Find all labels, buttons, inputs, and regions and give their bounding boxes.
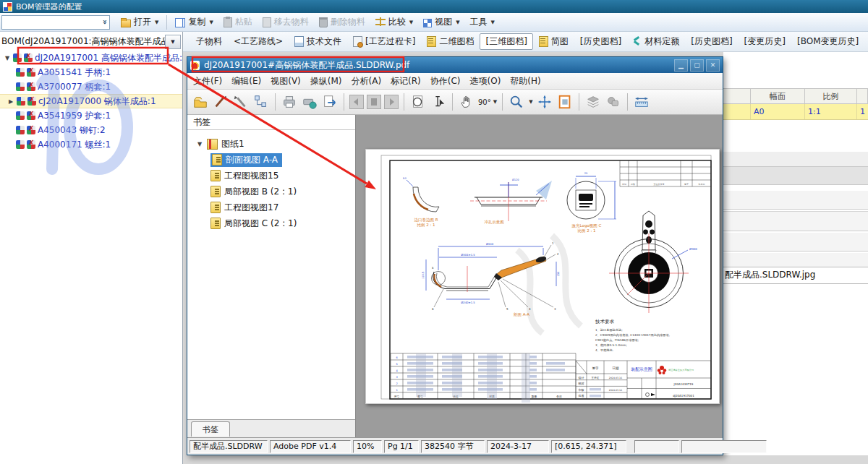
prev-page-icon <box>349 95 364 109</box>
svg-text:6: 6 <box>396 356 397 359</box>
bookmark-item[interactable]: 局部视图 C (2 : 1) <box>187 215 355 231</box>
menu-manipulate[interactable]: 操纵(M) <box>310 75 342 87</box>
svg-text:110.5: 110.5 <box>422 272 425 279</box>
tree-item[interactable]: A3700077 柄套:1 <box>0 80 182 94</box>
expander-right-icon[interactable]: ▶ <box>7 98 14 105</box>
svg-text:150: 150 <box>557 272 560 277</box>
ribbon-icon <box>633 37 642 46</box>
select-text-icon[interactable] <box>430 93 447 111</box>
tab-2d-drawing[interactable]: 二维图档 <box>421 33 480 50</box>
tree-root-item[interactable]: ▼ dJ20A1917001 高锅锅体装配半成品: <box>0 51 182 65</box>
eraser-pen-icon[interactable] <box>232 93 250 111</box>
status-coords: [0.615, 24.371] <box>551 440 626 453</box>
fit-all-icon[interactable] <box>536 93 553 111</box>
bookmarks-tab[interactable]: 书签 <box>191 421 230 437</box>
svg-text:序号: 序号 <box>394 395 400 398</box>
bookmark-item[interactable]: 局部视图 B (2 : 1) <box>187 184 355 199</box>
bookmark-item[interactable]: 工程图视图15 <box>187 168 355 184</box>
expander-down-icon[interactable]: ▼ <box>196 141 203 147</box>
batch-print-icon[interactable] <box>301 93 318 111</box>
open-button[interactable]: 打开 ▼ <box>116 14 163 30</box>
copy-button[interactable]: 复制 ▼ <box>170 14 218 30</box>
maximize-button[interactable]: ▢ <box>690 59 704 72</box>
tab-process-route[interactable]: <工艺路线> <box>228 33 289 50</box>
pan-hand-icon[interactable] <box>458 93 475 111</box>
svg-text:3、底凹值0.5-1.0mm;: 3、底凹值0.5-1.0mm; <box>595 343 627 347</box>
tab-history-drawing-2[interactable]: [历史图档] <box>685 33 738 50</box>
pdf-canvas[interactable]: 标记 处数 更改文件号 签字 年月日 R3 边口卷边图 R <box>356 115 723 437</box>
bookmarks-panel: 书签 ▼ 图纸1 剖面视图 A-A 工程图视图15 <box>187 115 356 437</box>
tree-item[interactable]: A4000171 螺丝:1 <box>0 137 182 152</box>
bom-tree-title: BOM(dJ20A1917001:高锅锅体装配半成品) <box>1 35 165 48</box>
menu-collaborate[interactable]: 协作(C) <box>430 75 461 87</box>
tab-sketch[interactable]: 简图 <box>533 33 574 50</box>
pdf-titlebar[interactable]: dJ20A1917001#高锅锅体装配半成品.SLDDRW.pdf ▁ ▢ ✕ <box>187 57 723 73</box>
fit-page-icon[interactable] <box>556 93 574 111</box>
bookmark-root[interactable]: ▼ 图纸1 <box>187 136 355 152</box>
column-cut <box>857 88 868 104</box>
attribute-row[interactable]: A0 1:1 1 <box>723 104 868 120</box>
caret-down-icon: ▼ <box>491 20 495 25</box>
marker-pen-icon[interactable] <box>212 93 229 111</box>
svg-text:装配示意图: 装配示意图 <box>631 366 652 372</box>
tab-bom-change-history[interactable]: [BOM变更历史] <box>791 33 864 50</box>
minimize-button[interactable]: ▁ <box>674 59 688 72</box>
tab-history-drawing-1[interactable]: [历史图档] <box>574 33 627 50</box>
measure-icon[interactable] <box>633 93 650 111</box>
menu-analyze[interactable]: 分析(A) <box>352 75 382 87</box>
close-button[interactable]: ✕ <box>706 59 720 72</box>
menu-options[interactable]: 选项(O) <box>470 75 501 87</box>
document-icon <box>294 36 304 47</box>
tab-process-card[interactable]: [工艺过程卡] <box>347 33 421 50</box>
menu-help[interactable]: 帮助(H) <box>510 75 540 87</box>
caret-down-icon[interactable]: ▼ <box>529 99 532 105</box>
page-preview-icon[interactable] <box>409 93 427 111</box>
panel-stripe <box>723 253 868 267</box>
component-icon <box>16 126 25 134</box>
pdf-app-icon <box>190 61 200 70</box>
export-icon[interactable] <box>321 93 339 111</box>
svg-text:审核: 审核 <box>579 388 584 392</box>
svg-text:dJ20A1917001: dJ20A1917001 <box>673 394 694 398</box>
blank-header-cell <box>723 88 751 104</box>
tab-sub-material[interactable]: 子物料 <box>190 33 228 50</box>
tab-3d-drawing[interactable]: [三维图档] <box>480 33 532 50</box>
expander-down-icon[interactable]: ▼ <box>4 55 11 61</box>
bookmark-item[interactable]: 工程图视图17 <box>187 199 355 215</box>
tree-dropdown-button[interactable]: ▼ <box>165 35 181 49</box>
compare-button[interactable]: 比较 ▼ <box>370 14 418 30</box>
component-icon <box>16 68 25 77</box>
tree-item-selected[interactable]: ▶ cJ20A1917000 锅体半成品:1 <box>0 94 182 108</box>
layers-icon <box>584 93 602 111</box>
drawing-sheet: 标记 处数 更改文件号 签字 年月日 R3 边口卷边图 R <box>365 149 720 404</box>
page-number-icon <box>367 95 381 109</box>
bookmarks-footer: 书签 <box>187 419 355 437</box>
tree-item[interactable]: A450043 铆钉:2 <box>0 123 182 137</box>
menu-view[interactable]: 视图(V) <box>271 75 301 87</box>
svg-text:处数: 处数 <box>630 183 635 186</box>
view-menu-button[interactable]: 视图 ▼ <box>418 14 464 30</box>
bom-filter-combo[interactable]: « <box>1 15 110 30</box>
svg-text:比例 2 : 1: 比例 2 : 1 <box>577 228 595 233</box>
bom-manager-window: BOM管理器的配置 « 打开 ▼ 复制 ▼ 粘贴 移去物料 删除物料 <box>0 0 868 464</box>
model-tree-icon[interactable] <box>252 93 270 111</box>
print-icon[interactable] <box>281 93 298 111</box>
bookmark-item-selected[interactable]: 剖面视图 A-A <box>187 152 355 168</box>
tree-item[interactable]: A3541959 护套:1 <box>0 108 182 123</box>
tree-item[interactable]: A3051541 手柄:1 <box>0 65 182 80</box>
view-page-icon <box>212 154 222 166</box>
zoom-icon[interactable] <box>508 93 525 111</box>
tab-tech-file[interactable]: 技术文件 <box>289 33 347 50</box>
open-file-icon[interactable] <box>192 93 209 111</box>
menu-markup[interactable]: 标记(R) <box>391 75 421 87</box>
scale-value: 1:1 <box>805 104 857 119</box>
menu-edit[interactable]: 编辑(E) <box>231 75 261 87</box>
status-empty-2 <box>681 440 767 453</box>
separator <box>579 93 579 111</box>
bookmarks-header: 书签 <box>187 115 355 130</box>
rotate-90-control[interactable]: 90° ▼ <box>478 98 497 106</box>
tab-change-history[interactable]: [变更历史] <box>739 33 791 50</box>
tab-material-quota[interactable]: 材料定额 <box>627 33 685 50</box>
menu-file[interactable]: 文件(F) <box>193 75 222 87</box>
tools-menu-button[interactable]: 工具 ▼ <box>465 14 500 30</box>
